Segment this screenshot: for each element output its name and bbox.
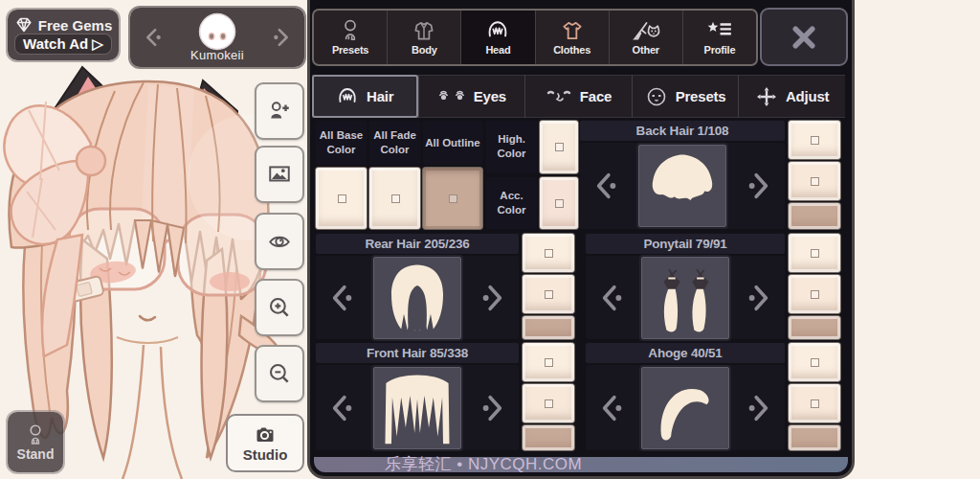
front-hair-silhouette	[375, 369, 459, 447]
customization-panel: Presets Body Head	[307, 0, 855, 479]
zoom-in-icon	[267, 295, 292, 320]
picker-label: All Outline	[423, 121, 482, 165]
tab-profile[interactable]: Profile	[682, 11, 756, 64]
picker-all-fade-color: All Fade Color	[369, 121, 420, 229]
item-thumbnail[interactable]	[638, 145, 726, 227]
subtab-presets[interactable]: Presets	[632, 75, 739, 118]
close-button[interactable]	[760, 8, 848, 66]
hair-icon	[336, 85, 359, 108]
category-tabbar: Presets Body Head	[312, 9, 758, 66]
next-item-button[interactable]	[745, 170, 773, 202]
ahoge-silhouette	[643, 369, 727, 447]
face-presets-icon	[645, 85, 668, 108]
fade-color-swatch[interactable]	[789, 275, 840, 313]
fade-color-swatch[interactable]	[523, 384, 574, 422]
fade-color-swatch[interactable]	[789, 162, 840, 200]
next-item-button[interactable]	[479, 282, 507, 314]
visibility-button[interactable]	[255, 213, 304, 270]
tab-presets[interactable]: Presets	[314, 11, 387, 64]
next-item-button[interactable]	[745, 392, 773, 424]
add-character-button[interactable]	[255, 82, 304, 140]
character-avatar: Kumokeii	[190, 12, 244, 62]
section-color-column	[789, 121, 840, 229]
prev-item-button[interactable]	[591, 170, 620, 202]
item-thumbnail[interactable]	[641, 257, 729, 339]
next-character-button[interactable]	[270, 25, 293, 50]
base-color-swatch[interactable]	[789, 121, 840, 159]
section-rear-hair: Rear Hair 205/236	[316, 234, 574, 339]
all-base-color-swatch[interactable]	[316, 168, 367, 229]
back-hair-silhouette	[640, 147, 724, 225]
watermark-text: 乐享轻汇 • NJYCQH.COM	[385, 453, 582, 475]
app-root: Free Gems Watch Ad ▷ Kumokeii	[0, 0, 980, 479]
character-name: Kumokeii	[190, 48, 244, 62]
zoom-in-button[interactable]	[255, 279, 304, 336]
item-thumbnail[interactable]	[373, 257, 461, 339]
tab-head[interactable]: Head	[460, 11, 534, 64]
outline-color-swatch[interactable]	[789, 425, 840, 450]
base-color-swatch[interactable]	[523, 234, 574, 272]
outline-color-swatch[interactable]	[523, 425, 574, 450]
fade-color-swatch[interactable]	[789, 384, 840, 422]
stand-button[interactable]: Stand	[8, 412, 63, 472]
section-title: Front Hair 85/338	[316, 343, 519, 363]
subtab-adjust[interactable]: Adjust	[738, 75, 845, 118]
background-image-button[interactable]	[255, 146, 304, 203]
zoom-out-button[interactable]	[255, 345, 304, 402]
camera-icon	[253, 424, 278, 445]
outline-color-swatch[interactable]	[789, 316, 840, 339]
chevron-right-icon	[745, 392, 773, 424]
eyes-icon	[437, 86, 466, 107]
highlight-color-swatch[interactable]	[540, 121, 578, 173]
picker-label: All Fade Color	[369, 121, 420, 165]
tab-clothes[interactable]: Clothes	[535, 11, 609, 64]
outline-color-swatch[interactable]	[523, 316, 574, 339]
picker-label: Acc. Color	[486, 177, 537, 230]
subtab-eyes[interactable]: Eyes	[418, 75, 525, 118]
stand-person-icon	[24, 423, 47, 448]
base-color-swatch[interactable]	[523, 343, 574, 381]
head-subtabs: Hair Eyes	[312, 75, 845, 118]
watch-ad-label: Watch Ad ▷	[15, 34, 111, 54]
next-item-button[interactable]	[745, 282, 773, 314]
prev-character-button[interactable]	[142, 25, 165, 50]
section-title: Ponytail 79/91	[586, 234, 785, 254]
sword-cat-icon	[631, 18, 661, 43]
picker-label: All Base Color	[316, 121, 367, 165]
section-ahoge: Ahoge 40/51	[586, 343, 840, 450]
base-color-swatch[interactable]	[789, 234, 840, 272]
close-icon	[790, 23, 818, 52]
base-color-swatch[interactable]	[789, 343, 840, 381]
picker-all-outline: All Outline	[423, 121, 482, 229]
prev-item-button[interactable]	[327, 392, 356, 424]
section-color-column	[789, 234, 840, 339]
item-thumbnail[interactable]	[373, 367, 461, 449]
section-front-hair: Front Hair 85/338	[316, 343, 574, 450]
prev-item-button[interactable]	[597, 282, 626, 314]
accessory-color-swatch[interactable]	[540, 177, 578, 230]
tab-body[interactable]: Body	[387, 11, 460, 64]
subtab-hair[interactable]: Hair	[312, 75, 418, 118]
all-fade-color-swatch[interactable]	[369, 168, 420, 229]
next-item-button[interactable]	[479, 392, 507, 424]
studio-label: Studio	[243, 446, 288, 463]
item-thumbnail[interactable]	[641, 367, 729, 449]
chevron-right-icon	[745, 282, 773, 314]
subtab-face[interactable]: Face	[524, 75, 632, 118]
chevron-right-icon	[479, 282, 507, 314]
section-color-column	[523, 343, 574, 450]
add-person-icon	[267, 99, 292, 124]
prev-item-button[interactable]	[597, 392, 626, 424]
chevron-right-icon	[270, 25, 293, 50]
free-gems-button[interactable]: Free Gems Watch Ad ▷	[8, 10, 119, 60]
studio-button[interactable]: Studio	[226, 414, 304, 472]
fade-color-swatch[interactable]	[523, 275, 574, 313]
chevron-left-icon	[591, 170, 620, 202]
jacket-icon	[412, 18, 436, 43]
all-outline-color-swatch[interactable]	[423, 168, 482, 229]
tab-other[interactable]: Other	[609, 11, 682, 64]
outline-color-swatch[interactable]	[789, 203, 840, 229]
section-ponytail: Ponytail 79/91	[586, 234, 840, 339]
picker-all-base-color: All Base Color	[316, 121, 367, 229]
prev-item-button[interactable]	[327, 282, 356, 314]
